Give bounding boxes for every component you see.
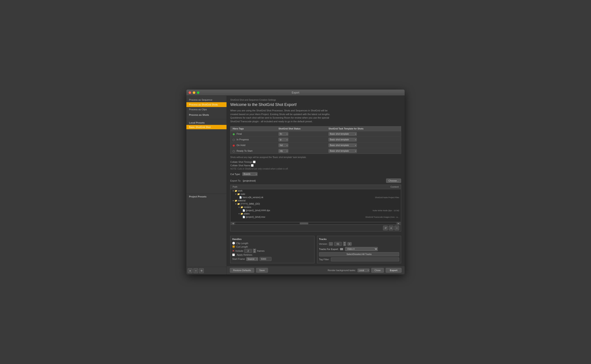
sidebar-process-clips[interactable]: Process as Clips [186,107,227,112]
include-increment-button[interactable]: ▲ [253,249,256,251]
version-decrement-button[interactable]: ▼ [343,244,346,246]
include-value-input[interactable] [244,249,252,253]
version-input[interactable] [334,242,342,246]
apply-retimes-checkbox[interactable] [232,254,235,256]
file-icon: 📄 [242,209,245,212]
include-decrement-button[interactable]: ▼ [253,251,256,253]
collate-timings-label: Collate Shot Timings: [230,161,253,163]
scrollbar-thumb[interactable] [300,222,308,224]
save-button[interactable]: Save [256,268,268,273]
local-presets-label: Local Presets [186,120,227,125]
status-readytostart-select[interactable]: rdy [278,149,288,153]
render-background-label: Render background tasks: [328,269,356,272]
version-plus-button[interactable]: + [348,242,351,246]
copy-preset-button[interactable]: ⧉ [199,268,204,273]
status-onhold-select[interactable]: hid [278,143,288,147]
start-frame-row: Start Frame Source [232,257,313,261]
table-row: Ready To Start rdy [230,148,401,154]
template-readytostart-cell: Basic shot template [326,148,401,154]
file-tree-container: Path Content ▼ 📁 work [230,185,401,232]
tracks-for-export-select[interactable]: Video 4 [345,247,378,251]
tag-filter-label: Tag Filter: [319,258,329,261]
list-item: ▼ 📁 editorial [230,199,401,202]
refresh-icon: ↺ [384,227,387,229]
template-final-select[interactable]: Basic shot template [329,132,357,136]
collate-timings-row: Collate Shot Timings: [230,161,401,163]
scroll-right-button[interactable]: ▶ [397,222,400,225]
tree-node-content: ShotGrid Nuke Project Files [353,196,401,199]
status-final-cell: fin [276,131,326,137]
select-deselect-all-button[interactable]: Select/Deselect All Tracks [319,252,399,256]
file-icon: 📄 [239,196,242,199]
sidebar-bottom-buttons: + − ⧉ [186,267,227,274]
sidebar-process-shotgrid[interactable]: Process as ShotGrid Shots [186,102,227,107]
scrollbar-track [235,222,396,224]
render-select-wrapper: Local [357,268,369,272]
minimize-traffic-btn[interactable] [193,91,195,94]
expand-arrow-icon[interactable]: ▼ [232,190,234,192]
bottom-panels: Handles Clip Length Cut Length ✕ Include [227,236,405,266]
refresh-button[interactable]: ↺ [383,226,388,230]
template-onhold-select[interactable]: Basic shot template [329,143,357,147]
add-preset-button[interactable]: + [188,268,193,273]
main-layout: Process as Sequence Process as ShotGrid … [186,96,405,274]
template-inprogress-select[interactable]: Basic shot template [329,138,357,142]
remove-preset-button[interactable]: − [193,268,198,273]
export-window: Export Process as Sequence Process as Sh… [186,90,405,274]
include-x-icon: ✕ [232,249,234,252]
cut-type-row: Cut Type: Boards [230,172,401,176]
content-scroll: ShotGrid Shot and Sequence Creation Sett… [227,96,405,236]
include-stepper: ▲ ▼ [253,249,256,253]
status-inprogress-select[interactable]: ip [278,138,288,142]
close-button[interactable]: Close [371,268,384,273]
collate-name-checkbox[interactable] [251,164,254,167]
cut-type-select[interactable]: Boards [242,172,257,176]
cut-type-select-wrapper: Boards [242,172,257,176]
tag-filter-input[interactable] [331,257,399,261]
file-tree-path-header: Path [233,186,351,188]
project-presets-label: Project Presets [186,194,227,199]
horizontal-scrollbar[interactable]: ◀ ▶ [230,222,401,225]
start-frame-source-select[interactable]: Source [246,257,258,261]
sidebar-process-sequence[interactable]: Process as Sequence [186,98,227,102]
close-traffic-btn[interactable] [188,91,191,94]
remove-tree-item-button[interactable]: − [394,226,399,230]
export-button[interactable]: Export [386,268,402,273]
maximize-traffic-btn[interactable] [197,91,200,94]
preset-basic-shotgrid[interactable]: Basic ShotGrid Shot [186,125,227,129]
tag-final-label: Final [237,132,242,135]
render-background-select[interactable]: Local [357,268,369,272]
welcome-desc: When you are using the ShotGrid Shot Pro… [230,109,331,123]
tree-node-name: {project}_{shot}.####.dpx [246,209,353,212]
process-section: Process as Sequence Process as ShotGrid … [186,96,227,119]
tree-action-buttons: ↺ + − [383,226,399,230]
clip-length-radio[interactable] [232,242,235,245]
collate-name-label: Collate Shot Name: [230,164,251,167]
expand-arrow-icon[interactable]: ▼ [238,206,240,208]
cut-length-label: Cut Length [236,245,248,248]
choose-button[interactable]: Choose... [386,179,401,183]
collate-timings-checkbox[interactable] [253,161,255,163]
expand-arrow-icon[interactable]: ▼ [235,203,237,205]
status-readytostart-select-wrapper: rdy [278,149,288,153]
cut-length-radio[interactable] [232,245,235,248]
status-onhold-select-wrapper: hid [278,143,288,147]
status-final-select[interactable]: fin [278,132,288,136]
add-tree-item-button[interactable]: + [389,226,394,230]
expand-arrow-icon[interactable]: ▼ [238,213,240,215]
expand-arrow-icon[interactable]: ▼ [235,193,237,195]
template-readytostart-select[interactable]: Basic shot template [329,149,357,153]
file-tree-body[interactable]: ▼ 📁 work ▼ 📁 nuke [230,189,401,222]
version-minus-button[interactable]: - [329,242,333,246]
expand-arrow-icon[interactable]: ▼ [232,200,234,202]
scroll-left-button[interactable]: ◀ [231,222,234,225]
sidebar-process-shots[interactable]: Process as Shots [186,112,227,117]
no-tags-note: Shots without any tags will be assigned … [230,156,401,158]
folder-icon: 📁 [235,190,237,192]
include-label: Include [235,250,243,252]
tree-node-name: {YYYY}_{MM}_{DD} [241,203,353,205]
restore-defaults-button[interactable]: Restore Defaults [230,268,254,273]
version-increment-button[interactable]: ▲ [343,242,346,244]
start-frame-input[interactable] [260,257,271,261]
file-tree-header: Path Content [230,185,401,189]
